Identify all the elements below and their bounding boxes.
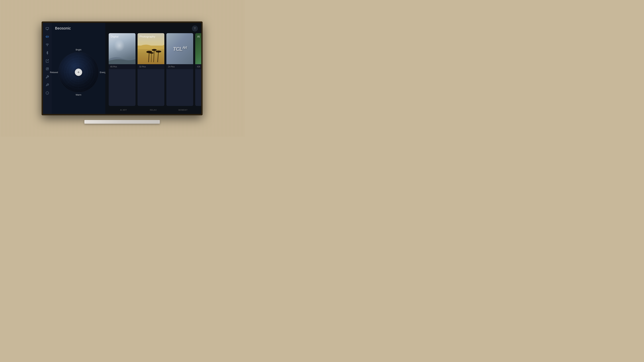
wheel-label-bright: Bright	[76, 48, 81, 51]
sidebar-item-bluetooth[interactable]	[45, 50, 50, 55]
card-image-tclart: TCLArt TCLArt	[166, 33, 193, 64]
svg-point-32	[156, 51, 161, 53]
content-grid: Digital 65 Pics	[105, 33, 201, 106]
svg-marker-1	[46, 36, 47, 38]
card-info-tclart: 24 Pics	[166, 64, 193, 69]
svg-line-33	[151, 53, 152, 62]
tab-moment[interactable]: MOMENT	[168, 108, 198, 112]
svg-point-2	[47, 46, 48, 46]
wheel-label-relaxed: Relaxed	[50, 71, 58, 73]
card-tclart[interactable]: TCLArt TCLArt 24 Pics	[166, 33, 193, 106]
sidebar-item-tools[interactable]	[45, 74, 50, 79]
card-count-photography: 32 Pics	[139, 65, 163, 68]
card-digital[interactable]: Digital 65 Pics	[109, 33, 136, 106]
sidebar-item-info[interactable]	[45, 90, 50, 95]
sidebar	[43, 23, 52, 114]
tab-aiart[interactable]: AI ART	[109, 108, 138, 112]
svg-point-34	[150, 52, 154, 54]
sidebar-item-ai[interactable]	[45, 66, 50, 71]
beosonic-wheel-container: Bright Relaxed Energetic Warm	[55, 34, 102, 111]
card-info-digital: 65 Pics	[109, 64, 136, 69]
card-image-photography: Photography	[138, 33, 164, 64]
sidebar-item-sound[interactable]	[45, 34, 50, 39]
svg-line-27	[148, 52, 149, 62]
card-ai[interactable]: AI 426	[195, 33, 201, 106]
svg-line-31	[158, 52, 158, 62]
card-photography[interactable]: Photography 32 Pics	[138, 33, 164, 106]
panel-title: Beosonic	[55, 26, 102, 30]
card-overlay-title-digital: Digital	[111, 35, 118, 38]
sidebar-item-display[interactable]	[45, 26, 50, 31]
svg-line-5	[46, 84, 48, 86]
svg-point-4	[48, 68, 48, 68]
svg-rect-0	[46, 27, 49, 29]
card-image-digital: Digital	[109, 33, 136, 64]
wheel-label-warm: Warm	[76, 93, 81, 96]
card-info-ai: 426	[195, 64, 201, 69]
card-count-digital: 65 Pics	[110, 65, 134, 68]
sidebar-item-magic[interactable]	[45, 82, 50, 87]
svg-line-29	[154, 50, 154, 62]
right-panel: Digital 65 Pics	[105, 23, 201, 114]
soundbar	[84, 120, 160, 124]
wheel-wrapper: Bright Relaxed Energetic Warm	[58, 52, 98, 92]
left-panel: Beosonic Bright Relaxed Energetic Warm	[52, 23, 105, 114]
wheel-center-button[interactable]	[75, 68, 82, 76]
card-image-ai: AI	[195, 33, 201, 64]
bottom-tabs: AI ART RELAX MOMENT	[105, 106, 201, 114]
sidebar-item-input[interactable]	[45, 58, 50, 63]
tv-screen-outer: Beosonic Bright Relaxed Energetic Warm	[42, 21, 202, 115]
card-count-ai: 426	[197, 65, 201, 68]
svg-point-30	[152, 49, 157, 51]
right-header	[105, 23, 201, 33]
card-overlay-title-photography: Photography	[140, 35, 155, 38]
tclart-logo-text: TCLArt	[173, 45, 187, 52]
card-count-tclart: 24 Pics	[168, 65, 192, 68]
svg-point-6	[46, 84, 47, 85]
svg-rect-36	[86, 120, 158, 123]
card-info-photography: 32 Pics	[138, 64, 164, 69]
tv-screen: Beosonic Bright Relaxed Energetic Warm	[43, 23, 201, 114]
card-overlay-title-ai: AI	[197, 35, 200, 38]
svg-point-7	[48, 85, 48, 86]
beosonic-wheel[interactable]	[58, 52, 98, 92]
sidebar-item-wifi[interactable]	[45, 42, 50, 47]
tab-relax[interactable]: RELAX	[138, 108, 168, 112]
filter-button[interactable]	[192, 25, 198, 31]
